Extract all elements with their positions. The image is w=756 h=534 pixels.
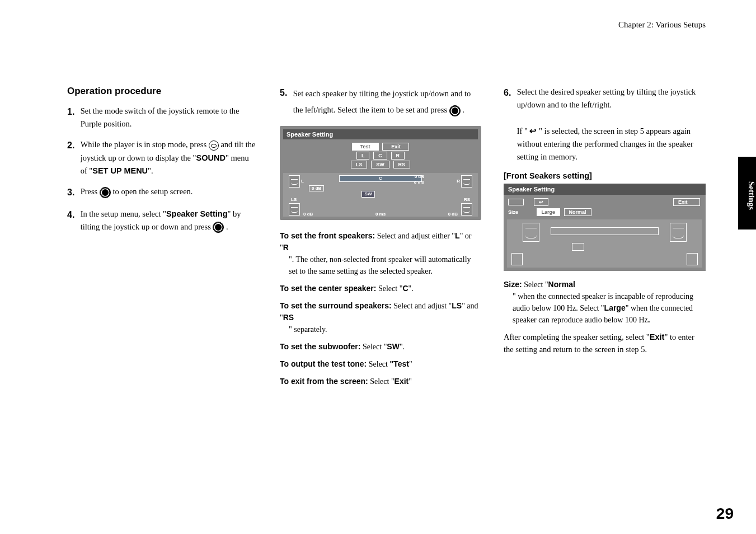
step-num: 2. xyxy=(67,138,78,153)
t: To output the test tone: xyxy=(280,359,367,368)
t: Large xyxy=(604,303,626,312)
speaker-setting-label: Speaker Setting xyxy=(166,209,228,218)
osd-diagram: L R LS RS C 0 dB 0 dB 0 ms SW 0 dB 0 ms xyxy=(283,173,478,217)
t: Select and adjust " xyxy=(392,302,452,310)
t: . xyxy=(226,222,228,231)
t: " xyxy=(408,377,412,386)
osd-SW: SW xyxy=(371,161,389,168)
setup-icon xyxy=(209,140,219,151)
t: L xyxy=(455,231,460,240)
spk-icon xyxy=(670,223,687,242)
spk-sw-icon xyxy=(572,243,584,251)
t: To set the center speaker: xyxy=(280,284,376,293)
t: To set the front speakers: xyxy=(280,231,375,240)
osd2-title: Speaker Setting xyxy=(504,184,706,195)
osd2-blank xyxy=(508,199,524,205)
enter-icon xyxy=(100,187,111,198)
t: Press xyxy=(81,187,100,196)
menu-sound: SOUND xyxy=(196,153,226,162)
t: . xyxy=(462,105,464,114)
lbl-cms: 0 ms xyxy=(414,180,424,185)
b-db: 0 dB xyxy=(303,212,313,217)
spk-c-icon xyxy=(551,227,659,235)
t: Select " xyxy=(522,280,548,289)
size-desc: Size: Select "Normal" when the connected… xyxy=(504,279,706,326)
spk-LS-icon xyxy=(289,203,300,216)
t: After completing the speaker setting, se… xyxy=(504,332,650,341)
osd-RS: RS xyxy=(393,161,411,168)
t: Normal xyxy=(548,280,575,289)
col-2: 5. Set each speaker by tilting the joyst… xyxy=(280,86,481,393)
t: To exit from the screen: xyxy=(280,377,368,386)
return-icon: ↩ xyxy=(529,125,537,138)
step-text: Set the mode switch of the joystick remo… xyxy=(81,105,257,130)
col-3: 6. Select the desired speaker setting by… xyxy=(504,86,706,393)
t: Select xyxy=(367,360,389,368)
t: "Test xyxy=(389,359,408,368)
t: Select and adjust either " xyxy=(375,232,455,240)
sub-exit: To exit from the screen: Select "Exit" xyxy=(280,376,481,387)
col-1: Operation procedure 1. Set the mode swit… xyxy=(67,86,257,393)
step-5: 5. Set each speaker by tilting the joyst… xyxy=(280,86,481,118)
after-desc: After completing the speaker setting, se… xyxy=(504,331,706,356)
step-num: 3. xyxy=(67,185,78,200)
spk-SW-icon: SW xyxy=(361,191,375,198)
sub-test: To output the test tone: Select "Test" xyxy=(280,358,481,370)
spk-C-icon: C xyxy=(339,175,422,182)
osd2-return: ↩ xyxy=(534,198,548,206)
t: Exit xyxy=(650,332,665,341)
t: Select " xyxy=(368,377,395,386)
step-num: 1. xyxy=(67,105,78,119)
step-num: 4. xyxy=(67,208,78,222)
t: ". xyxy=(148,166,153,175)
t: . xyxy=(648,315,650,324)
t: ". xyxy=(400,343,405,351)
t: " is selected, the screen in step 5 appe… xyxy=(517,127,693,161)
osd-LS: LS xyxy=(351,161,368,168)
t: SW xyxy=(387,342,400,351)
t: Set each speaker by tilting the joystick… xyxy=(293,89,471,114)
b-ms: 0 ms xyxy=(375,212,386,217)
osd2-size: Size xyxy=(508,209,518,215)
t: R xyxy=(283,243,289,252)
t: If " xyxy=(517,127,530,135)
enter-icon xyxy=(213,222,224,233)
front-heading: [Front Seakers setting] xyxy=(504,171,706,180)
lbl-0db: 0 dB xyxy=(309,185,324,191)
osd-speaker-setting: Speaker Setting Test Exit L C R LS SW RS xyxy=(280,126,481,220)
osd2-exit: Exit xyxy=(673,198,700,206)
step-4: 4. In the setup menu, select "Speaker Se… xyxy=(67,208,257,233)
page-number: 29 xyxy=(716,505,734,523)
osd-L: L xyxy=(356,152,370,160)
step-1: 1. Set the mode switch of the joystick r… xyxy=(67,105,257,130)
enter-icon xyxy=(449,105,461,116)
t: " separately. xyxy=(280,324,481,335)
side-tab-settings: Settings xyxy=(738,157,756,229)
spk-R-icon xyxy=(461,175,472,188)
step-num: 6. xyxy=(504,86,515,100)
step-3: 3. Press to open the setup screen. xyxy=(67,185,257,200)
t: ". The other, non-selected front speaker… xyxy=(280,254,481,277)
t: " xyxy=(409,360,412,368)
t: Select " xyxy=(376,284,402,293)
t: LS xyxy=(452,301,462,310)
osd-front: Speaker Setting ↩ Exit Size Large Normal xyxy=(504,184,706,271)
t: C xyxy=(402,284,408,293)
t: Select the desired speaker setting by ti… xyxy=(517,87,696,109)
t: Exit xyxy=(395,377,409,386)
t: To set the surround speakers: xyxy=(280,301,392,310)
t: To set the subwoofer: xyxy=(280,342,360,351)
step-6: 6. Select the desired speaker setting by… xyxy=(504,86,706,163)
osd-exit: Exit xyxy=(382,143,409,151)
spk-RS-icon xyxy=(461,203,472,216)
lbl-L: L xyxy=(301,179,304,184)
menu-name: SET UP MENU xyxy=(92,166,148,175)
spk-icon xyxy=(523,223,539,242)
t: ". xyxy=(408,284,414,293)
sub-front: To set the front speakers: Select and ad… xyxy=(280,230,481,277)
lbl-R: R xyxy=(457,179,460,184)
sub-surround: To set the surround speakers: Select and… xyxy=(280,300,481,335)
spk-L-icon xyxy=(289,175,300,188)
osd2-diagram xyxy=(507,219,702,268)
osd-C: C xyxy=(373,152,387,160)
